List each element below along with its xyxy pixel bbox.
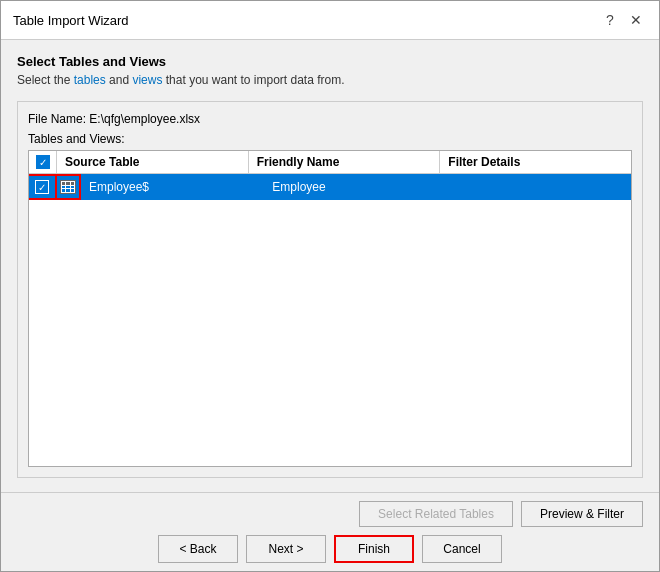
cancel-button[interactable]: Cancel bbox=[422, 535, 502, 563]
dialog-body: Select Tables and Views Select the table… bbox=[1, 40, 659, 492]
help-button[interactable]: ? bbox=[599, 9, 621, 31]
source-table-header: Source Table bbox=[57, 151, 249, 173]
dialog-title: Table Import Wizard bbox=[13, 13, 129, 28]
filter-details-cell bbox=[448, 183, 631, 191]
icon-cell bbox=[71, 189, 74, 192]
table-import-wizard-dialog: Table Import Wizard ? ✕ Select Tables an… bbox=[0, 0, 660, 572]
filter-details-header: Filter Details bbox=[440, 151, 631, 173]
footer-bottom-row: < Back Next > Finish Cancel bbox=[17, 535, 643, 563]
table-body: ✓ bbox=[29, 174, 631, 466]
friendly-name-cell: Employee bbox=[264, 176, 447, 198]
icon-cell bbox=[71, 186, 74, 189]
next-button[interactable]: Next > bbox=[246, 535, 326, 563]
footer-top-row: Select Related Tables Preview & Filter bbox=[17, 501, 643, 527]
close-button[interactable]: ✕ bbox=[625, 9, 647, 31]
icon-cell bbox=[66, 189, 69, 192]
file-name-label: File Name: bbox=[28, 112, 86, 126]
icon-cell bbox=[71, 182, 74, 185]
header-checkbox-cell: ✓ bbox=[29, 151, 57, 173]
file-name-value: E:\qfg\employee.xlsx bbox=[89, 112, 200, 126]
content-box: File Name: E:\qfg\employee.xlsx Tables a… bbox=[17, 101, 643, 478]
row-checkbox-area: ✓ bbox=[29, 174, 57, 200]
select-all-checkbox[interactable]: ✓ bbox=[36, 155, 50, 169]
table-icon bbox=[60, 180, 76, 194]
tables-list: ✓ Source Table Friendly Name Filter Deta… bbox=[28, 150, 632, 467]
friendly-name-header: Friendly Name bbox=[249, 151, 441, 173]
dialog-footer: Select Related Tables Preview & Filter <… bbox=[1, 493, 659, 571]
title-bar-right: ? ✕ bbox=[599, 9, 647, 31]
section-title: Select Tables and Views bbox=[17, 54, 643, 69]
file-name-row: File Name: E:\qfg\employee.xlsx bbox=[28, 112, 632, 126]
icon-cell bbox=[66, 182, 69, 185]
icon-cell bbox=[62, 186, 65, 189]
select-related-tables-button[interactable]: Select Related Tables bbox=[359, 501, 513, 527]
views-link[interactable]: views bbox=[132, 73, 162, 87]
source-table-cell: Employee$ bbox=[81, 176, 264, 198]
title-bar-left: Table Import Wizard bbox=[13, 13, 129, 28]
tables-link[interactable]: tables bbox=[74, 73, 106, 87]
icon-cell bbox=[62, 182, 65, 185]
row-icon-area bbox=[57, 174, 81, 200]
row-checkbox[interactable]: ✓ bbox=[35, 180, 49, 194]
icon-cell bbox=[62, 189, 65, 192]
icon-cell bbox=[66, 186, 69, 189]
tables-and-views-label: Tables and Views: bbox=[28, 132, 632, 146]
title-bar: Table Import Wizard ? ✕ bbox=[1, 1, 659, 40]
preview-filter-button[interactable]: Preview & Filter bbox=[521, 501, 643, 527]
section-description: Select the tables and views that you wan… bbox=[17, 73, 643, 87]
table-header: ✓ Source Table Friendly Name Filter Deta… bbox=[29, 151, 631, 174]
finish-button[interactable]: Finish bbox=[334, 535, 414, 563]
table-row[interactable]: ✓ bbox=[29, 174, 631, 200]
back-button[interactable]: < Back bbox=[158, 535, 238, 563]
